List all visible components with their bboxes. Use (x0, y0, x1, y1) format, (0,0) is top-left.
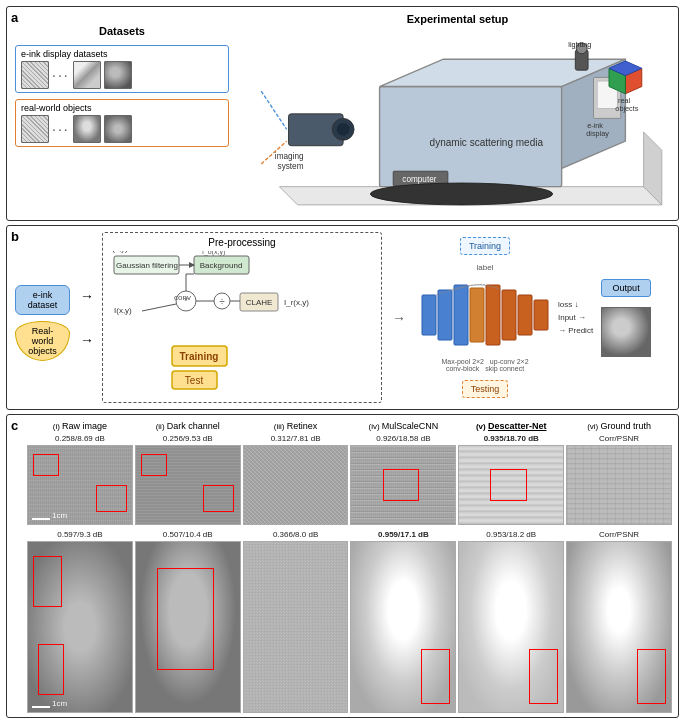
scale-bar-1: 1cm (32, 511, 67, 520)
eink-thumb-3 (104, 61, 132, 89)
descatternet-1 (458, 445, 564, 525)
expsetup-title: Experimental setup (407, 13, 508, 25)
dark-channel-2 (135, 541, 241, 713)
svg-text:Background: Background (200, 261, 243, 270)
svg-text:computer: computer (402, 175, 436, 184)
svg-rect-58 (486, 285, 500, 345)
svg-rect-55 (438, 290, 452, 340)
panel-c-label: c (11, 418, 18, 433)
realworld-thumbnails: ··· (21, 115, 223, 143)
image-rows: 0.258/8.69 dB 0.256/9.53 dB 0.312/7.81 d… (13, 434, 672, 713)
svg-text:I(x,y): I(x,y) (114, 306, 132, 315)
eink-dataset-node: e-inkdataset (15, 285, 70, 315)
predict-label: → Predict (558, 326, 593, 335)
col-header-v: (v) Descatter-Net (458, 421, 564, 431)
mulscalecnn-1 (350, 445, 456, 525)
column-headers: (i) Raw image (ii) Dark channel (iii) Re… (27, 421, 672, 431)
realworld-node: Real-worldobjects (15, 321, 70, 361)
realworld-datasets-box: real-world objects ··· (15, 99, 229, 147)
col-header-iv: (iv) MulScaleCNN (350, 421, 456, 431)
svg-text:lighting: lighting (568, 41, 591, 49)
raw-image-2: 1cm (27, 541, 133, 713)
images-row-1: 1cm (27, 445, 672, 525)
output-box: Output (601, 279, 651, 297)
preprocessing-title: Pre-processing (208, 237, 275, 248)
eink-dots: ··· (52, 67, 70, 83)
svg-text:I(x,y): I(x,y) (112, 251, 128, 253)
metric-2-3: 0.366/8.0 dB (243, 530, 349, 539)
ground-truth-2 (566, 541, 672, 713)
metric-2-5: 0.953/18.2 dB (458, 530, 564, 539)
rw-dots: ··· (52, 121, 70, 137)
training-dashed-box: Training (460, 237, 510, 255)
retinex-2 (243, 541, 349, 713)
red-box-5a (490, 469, 526, 500)
red-box-r2-cnn (421, 649, 450, 703)
metric-1-5: 0.935/18.70 dB (458, 434, 564, 443)
metric-2-4: 0.959/17.1 dB (350, 530, 456, 539)
svg-point-11 (337, 123, 350, 136)
eink-datasets-box: e-ink display datasets ··· (15, 45, 229, 93)
input-arrows: → → (80, 232, 94, 403)
loss-label: loss ↓ (558, 300, 593, 309)
svg-text:display: display (586, 129, 609, 138)
svg-text:Gaussian filtering: Gaussian filtering (116, 261, 178, 270)
raw-image-1: 1cm (27, 445, 133, 525)
ground-truth-1 (566, 445, 672, 525)
red-box-1b (96, 485, 127, 512)
output-section: Output (601, 279, 651, 357)
retinex-1 (243, 445, 349, 525)
preprocessing-box: Pre-processing Gaussian filtering I(x,y)… (102, 232, 382, 403)
red-box-r2-dc (157, 568, 214, 670)
metric-1-6: Corr/PSNR (566, 434, 672, 443)
panel-a-right: Experimental setup dynamic scattering me… (237, 7, 678, 220)
red-box-r2-gt (637, 649, 666, 703)
svg-line-26 (261, 91, 286, 129)
panel-a-label: a (11, 10, 18, 25)
scale-bar-2: 1cm (32, 699, 67, 708)
images-row-2: 1cm (27, 541, 672, 713)
network-legend: Max-pool 2×2 up-conv 2×2conv-block skip … (441, 358, 528, 372)
svg-rect-61 (534, 300, 548, 330)
metric-2-6: Corr/PSNR (566, 530, 672, 539)
rw-thumb-2 (73, 115, 101, 143)
svg-rect-59 (502, 290, 516, 340)
eink-label: e-ink display datasets (21, 49, 223, 59)
svg-text:Test: Test (185, 375, 204, 386)
eink-thumb-2 (73, 61, 101, 89)
svg-text:÷: ÷ (219, 296, 225, 307)
training-network-section: Training label (416, 232, 670, 403)
panel-b: b e-inkdataset Real-worldobjects → → Pre… (6, 225, 679, 410)
metric-2-2: 0.507/10.4 dB (135, 530, 241, 539)
col-header-iii: (iii) Retinex (243, 421, 349, 431)
eink-thumb-1 (21, 61, 49, 89)
eink-thumbnails: ··· (21, 61, 223, 89)
metric-1-1: 0.258/8.69 dB (27, 434, 133, 443)
experimental-setup-svg: dynamic scattering media lighting imagin… (253, 41, 670, 214)
mulscalecnn-2 (350, 541, 456, 713)
datasets-title: Datasets (99, 25, 145, 37)
col-header-i: (i) Raw image (27, 421, 133, 431)
preprocessing-svg: Gaussian filtering I(x,y) Background I_o… (112, 251, 372, 391)
svg-text:CLAHE: CLAHE (246, 298, 273, 307)
svg-text:objects: objects (615, 104, 638, 113)
svg-text:I_o(x,y): I_o(x,y) (202, 251, 225, 256)
svg-rect-54 (422, 295, 436, 335)
input-label: Input → (558, 313, 593, 322)
svg-text:dynamic scattering media: dynamic scattering media (430, 137, 544, 148)
middle-arrow: → (392, 232, 406, 403)
col-header-ii: (ii) Dark channel (135, 421, 241, 431)
panel-b-label: b (11, 229, 19, 244)
red-box-4a (383, 469, 419, 500)
metric-1-2: 0.256/9.53 dB (135, 434, 241, 443)
dark-channel-1 (135, 445, 241, 525)
rw-thumb-1 (21, 115, 49, 143)
metric-2-1: 0.597/9.3 dB (27, 530, 133, 539)
red-box-1a (33, 454, 59, 476)
realworld-label: real-world objects (21, 103, 223, 113)
red-box-2b (203, 485, 234, 512)
svg-line-39 (142, 304, 176, 311)
testing-dashed-box: Testing (462, 380, 509, 398)
label-text: label (477, 263, 494, 272)
svg-text:Training: Training (180, 351, 219, 362)
